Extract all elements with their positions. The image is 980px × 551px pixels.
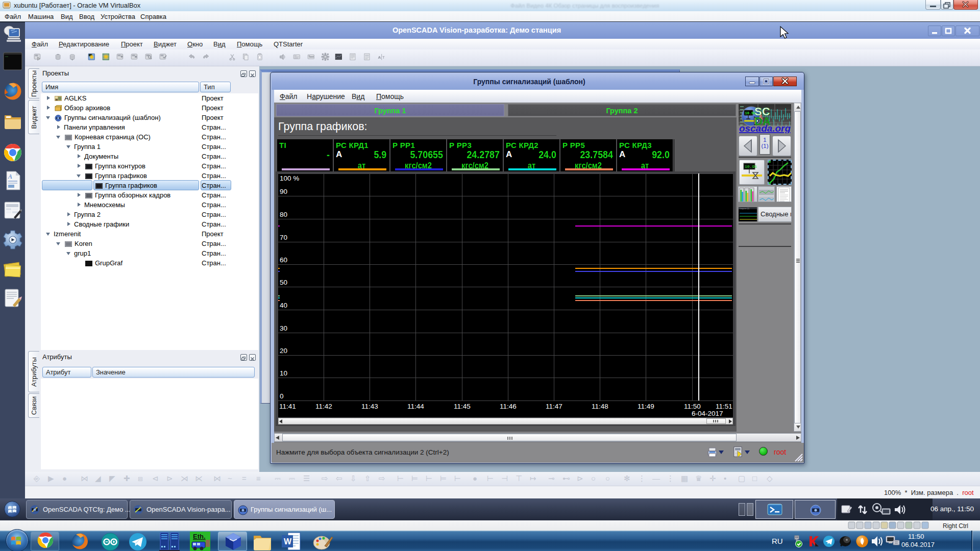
svg-text:A: A — [8, 173, 12, 180]
svg-text:Eth.: Eth. — [193, 533, 206, 540]
svg-text:10.95: 10.95 — [745, 164, 757, 169]
svg-text:oscada.org: oscada.org — [739, 123, 791, 133]
svg-text:A: A — [378, 55, 381, 60]
svg-text:T: T — [382, 55, 385, 60]
svg-text:Text: Text — [309, 55, 314, 58]
svg-text:W: W — [284, 537, 292, 546]
svg-text:Сводные (1): Сводные (1) — [739, 208, 749, 210]
